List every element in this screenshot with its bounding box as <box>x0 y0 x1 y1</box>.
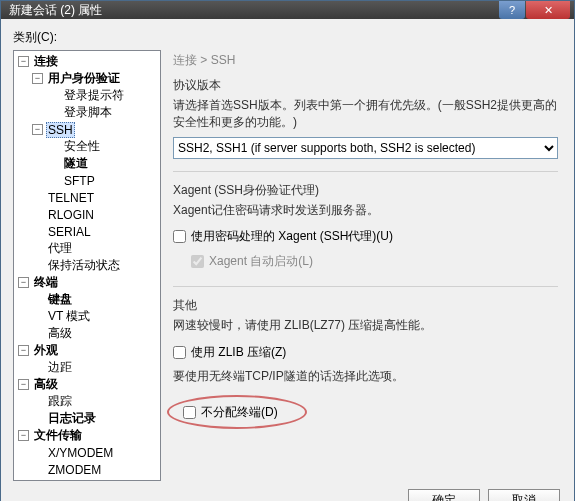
cancel-button[interactable]: 取消 <box>488 489 560 501</box>
protocol-desc: 请选择首选SSH版本。列表中第一个拥有优先级。(一般SSH2提供更高的安全性和更… <box>173 97 558 131</box>
tree-term-adv[interactable]: 高级 <box>14 325 160 342</box>
zlib-hint: 要使用无终端TCP/IP隧道的话选择此选项。 <box>173 368 558 385</box>
dialog-window: 新建会话 (2) 属性 ? ✕ 类别(C): −连接 −用户身份验证 登录提示符 <box>0 0 575 501</box>
tree-sftp[interactable]: SFTP <box>14 172 160 189</box>
columns: −连接 −用户身份验证 登录提示符 登录脚本 −SSH <box>13 50 562 481</box>
tree-proxy[interactable]: 代理 <box>14 240 160 257</box>
tree-xymodem[interactable]: X/YMODEM <box>14 444 160 461</box>
xagent-desc: Xagent记住密码请求时发送到服务器。 <box>173 202 558 219</box>
zlib-checkbox-row[interactable]: 使用 ZLIB 压缩(Z) <box>173 344 558 361</box>
collapse-icon[interactable]: − <box>18 277 29 288</box>
nopty-label: 不分配终端(D) <box>201 404 278 421</box>
tree-appearance[interactable]: −外观 <box>14 342 160 359</box>
other-desc: 网速较慢时，请使用 ZLIB(LZ77) 压缩提高性能。 <box>173 317 558 334</box>
collapse-icon[interactable]: − <box>18 345 29 356</box>
tree-terminal[interactable]: −终端 <box>14 274 160 291</box>
xagent-auto-label: Xagent 自动启动(L) <box>209 253 313 270</box>
zlib-label: 使用 ZLIB 压缩(Z) <box>191 344 286 361</box>
tree-zmodem[interactable]: ZMODEM <box>14 461 160 478</box>
tree-file-transfer[interactable]: −文件传输 <box>14 427 160 444</box>
collapse-icon[interactable]: − <box>18 379 29 390</box>
xagent-checkbox-row[interactable]: 使用密码处理的 Xagent (SSH代理)(U) <box>173 228 558 245</box>
protocol-section-title: 协议版本 <box>173 77 558 94</box>
tree-vt[interactable]: VT 模式 <box>14 308 160 325</box>
highlight-annotation: 不分配终端(D) <box>167 395 307 429</box>
zlib-checkbox[interactable] <box>173 346 186 359</box>
tree-security[interactable]: 安全性 <box>14 138 160 155</box>
dialog-body: 类别(C): −连接 −用户身份验证 登录提示符 登录脚本 <box>1 19 574 501</box>
xagent-auto-row: Xagent 自动启动(L) <box>191 253 558 270</box>
settings-pane: 连接 > SSH 协议版本 请选择首选SSH版本。列表中第一个拥有优先级。(一般… <box>169 50 562 481</box>
tree-tunneling[interactable]: 隧道 <box>14 155 160 172</box>
help-button[interactable]: ? <box>499 1 525 19</box>
tree-keepalive[interactable]: 保持活动状态 <box>14 257 160 274</box>
collapse-icon[interactable]: − <box>32 124 43 135</box>
tree-user-auth[interactable]: −用户身份验证 <box>14 70 160 87</box>
tree-serial[interactable]: SERIAL <box>14 223 160 240</box>
breadcrumb: 连接 > SSH <box>173 52 558 69</box>
divider <box>173 171 558 172</box>
close-button[interactable]: ✕ <box>526 1 570 19</box>
divider <box>173 286 558 287</box>
tree-login-scripts[interactable]: 登录脚本 <box>14 104 160 121</box>
nopty-checkbox-row[interactable]: 不分配终端(D) <box>183 404 278 421</box>
xagent-label: 使用密码处理的 Xagent (SSH代理)(U) <box>191 228 393 245</box>
tree-ssh[interactable]: −SSH <box>14 121 160 138</box>
collapse-icon[interactable]: − <box>18 430 29 441</box>
xagent-auto-checkbox <box>191 255 204 268</box>
ok-button[interactable]: 确定 <box>408 489 480 501</box>
tree-margins[interactable]: 边距 <box>14 359 160 376</box>
other-section-title: 其他 <box>173 297 558 314</box>
xagent-section-title: Xagent (SSH身份验证代理) <box>173 182 558 199</box>
collapse-icon[interactable]: − <box>32 73 43 84</box>
tree-connection[interactable]: −连接 <box>14 53 160 70</box>
tree-login-prompts[interactable]: 登录提示符 <box>14 87 160 104</box>
protocol-select[interactable]: SSH2, SSH1 (if server supports both, SSH… <box>173 137 558 159</box>
tree-advanced[interactable]: −高级 <box>14 376 160 393</box>
collapse-icon[interactable]: − <box>18 56 29 67</box>
nopty-checkbox[interactable] <box>183 406 196 419</box>
dialog-buttons: 确定 取消 <box>13 481 562 501</box>
xagent-checkbox[interactable] <box>173 230 186 243</box>
tree-rlogin[interactable]: RLOGIN <box>14 206 160 223</box>
titlebar-buttons: ? ✕ <box>498 1 570 19</box>
tree-telnet[interactable]: TELNET <box>14 189 160 206</box>
category-tree[interactable]: −连接 −用户身份验证 登录提示符 登录脚本 −SSH <box>13 50 161 481</box>
window-title: 新建会话 (2) 属性 <box>9 2 498 19</box>
tree-logging[interactable]: 日志记录 <box>14 410 160 427</box>
tree-trace[interactable]: 跟踪 <box>14 393 160 410</box>
titlebar[interactable]: 新建会话 (2) 属性 ? ✕ <box>1 1 574 19</box>
category-label: 类别(C): <box>13 29 562 46</box>
tree-keyboard[interactable]: 键盘 <box>14 291 160 308</box>
